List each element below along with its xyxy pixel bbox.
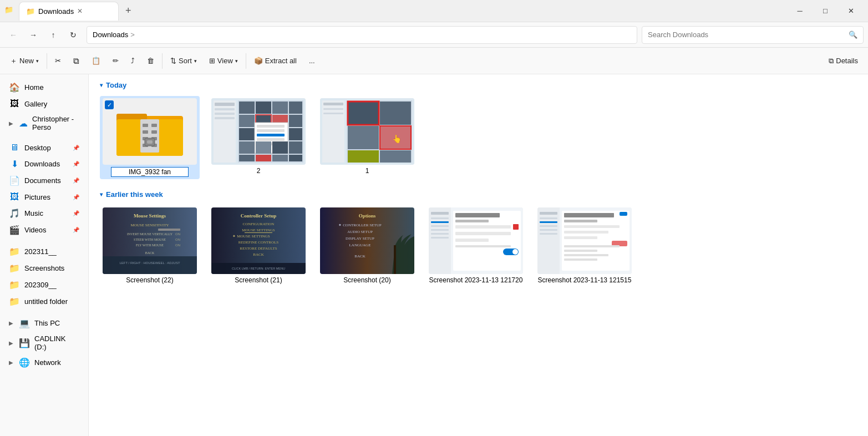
more-btn[interactable]: ... [303, 51, 321, 71]
search-bar[interactable]: 🔍 [642, 26, 864, 44]
tab-downloads[interactable]: 📁 Downloads ✕ [19, 2, 119, 21]
sidebar-item-christopher[interactable]: ▶ ☁ Christopher - Perso [2, 112, 86, 134]
videos-icon: 🎬 [9, 225, 20, 235]
sidebar-item-home[interactable]: 🏠 Home [2, 79, 86, 95]
window-controls: ─ □ ✕ [787, 2, 864, 20]
svg-text:REDEFINE CONTROLS: REDEFINE CONTROLS [238, 240, 279, 245]
sidebar-item-label: Desktop [24, 144, 51, 152]
file-label-1: 1 [366, 167, 369, 175]
pin-icon: 📌 [73, 227, 79, 233]
svg-text:LANGUAGE: LANGUAGE [349, 243, 371, 247]
up-btn[interactable]: ↑ [44, 26, 62, 44]
address-bar: ← → ↑ ↻ Downloads > 🔍 [0, 22, 868, 48]
cut-btn[interactable]: ✂ [49, 51, 67, 71]
file-thumbnail [103, 98, 197, 165]
sidebar-item-music[interactable]: 🎵 Music 📌 [2, 205, 86, 221]
svg-text:DISPLAY SETUP: DISPLAY SETUP [346, 236, 374, 241]
sidebar-item-documents[interactable]: 📄 Documents 📌 [2, 173, 86, 189]
drive-icon: 💾 [19, 338, 30, 348]
share-btn[interactable]: ⤴ [125, 51, 140, 71]
file-label-img3932[interactable] [111, 167, 189, 177]
sort-btn[interactable]: ⇅ Sort ▾ [165, 51, 202, 71]
sidebar-item-label: Gallery [24, 100, 47, 108]
rename-btn[interactable]: ✏ [107, 51, 124, 71]
svg-rect-44 [256, 155, 271, 161]
sidebar-item-202311[interactable]: 📁 202311__ [2, 244, 86, 260]
svg-rect-39 [239, 141, 255, 154]
svg-text:Options: Options [359, 213, 376, 219]
filename-input[interactable] [111, 167, 189, 177]
svg-rect-21 [239, 102, 255, 114]
toolbar-sep-2 [162, 53, 163, 69]
app-icon: 📁 [4, 6, 16, 17]
view-btn[interactable]: ⊞ View ▾ [204, 51, 243, 71]
extract-btn[interactable]: 📦 Extract all [248, 51, 302, 71]
svg-rect-19 [215, 117, 235, 119]
earlier-section-header[interactable]: ▾ Earlier this week [100, 190, 857, 199]
svg-rect-45 [272, 155, 288, 161]
svg-rect-105 [455, 220, 489, 222]
paste-btn[interactable]: 📋 [86, 51, 106, 71]
file-thumbnail-ss21: Controller Setup CONFIGURATION MOUSE SET… [211, 207, 306, 274]
svg-text:✦ MOUSE SETTINGS: ✦ MOUSE SETTINGS [232, 234, 270, 239]
file-item-ssdate1[interactable]: Screenshot 2023-11-13 121720 [426, 205, 526, 286]
maximize-btn[interactable]: □ [813, 2, 838, 20]
copy-btn[interactable]: ⧉ [68, 51, 85, 71]
sidebar-item-this-pc[interactable]: ▶ 💻 This PC [2, 315, 86, 331]
sidebar-item-untitled[interactable]: 📁 untitled folder [2, 293, 86, 310]
back-btn[interactable]: ← [4, 26, 22, 44]
today-section-header[interactable]: ▾ Today [100, 81, 857, 89]
file-item-ss20[interactable]: Options ✦ CONTROLLER SETUP AUDIO SETUP D… [317, 205, 417, 286]
forward-btn[interactable]: → [24, 26, 42, 44]
close-btn[interactable]: ✕ [838, 2, 864, 20]
file-item-img3932[interactable] [100, 96, 200, 179]
sidebar-item-network[interactable]: ▶ 🌐 Network [2, 354, 86, 371]
tab-title: Downloads [38, 7, 74, 16]
desktop-icon: 🖥 [9, 143, 20, 153]
svg-rect-126 [564, 231, 608, 234]
delete-btn[interactable]: 🗑 [141, 51, 160, 71]
sidebar-item-videos[interactable]: 🎬 Videos 📌 [2, 222, 86, 238]
sidebar: 🏠 Home 🖼 Gallery ▶ ☁ Christopher - Perso… [0, 74, 89, 436]
tab-close-btn[interactable]: ✕ [77, 7, 83, 15]
new-btn[interactable]: ＋ New ▾ [4, 51, 44, 71]
file-item-2[interactable]: 2 [209, 96, 308, 179]
settings-screen-2-thumb [537, 207, 632, 274]
file-item-ss22[interactable]: Mouse Settings MOUSE SENSITIVITY INVERT … [100, 205, 200, 286]
new-tab-btn[interactable]: + [121, 3, 136, 19]
sidebar-item-desktop[interactable]: 🖥 Desktop 📌 [2, 140, 86, 155]
svg-rect-130 [564, 250, 597, 252]
svg-rect-29 [239, 128, 255, 140]
file-item-ss21[interactable]: Controller Setup CONFIGURATION MOUSE SET… [209, 205, 308, 286]
toolbar: ＋ New ▾ ✂ ⧉ 📋 ✏ ⤴ 🗑 ⇅ Sort ▾ ⊞ View ▾ 📦 … [0, 48, 868, 74]
details-btn[interactable]: ⧉ Details [823, 51, 864, 71]
sidebar-item-202309[interactable]: 📁 202309__ [2, 277, 86, 293]
sidebar-item-screenshots[interactable]: 📁 Screenshots [2, 260, 86, 276]
minimize-btn[interactable]: ─ [787, 2, 813, 20]
file-label-ss21: Screenshot (21) [235, 276, 282, 284]
svg-text:CONFIGURATION: CONFIGURATION [243, 222, 275, 226]
breadcrumb[interactable]: Downloads > [87, 26, 637, 44]
expand-icon: ▶ [9, 340, 13, 346]
search-input[interactable] [648, 31, 845, 39]
file-item-1[interactable]: 👆 1 [317, 96, 417, 179]
pc-icon: 💻 [19, 318, 30, 328]
svg-rect-43 [239, 155, 255, 161]
svg-rect-132 [564, 258, 597, 261]
svg-rect-104 [455, 213, 500, 217]
file-thumbnail-ssdate2 [537, 207, 632, 274]
svg-rect-55 [348, 126, 379, 149]
sidebar-item-downloads[interactable]: ⬇ Downloads 📌 [2, 156, 86, 172]
documents-icon: 📄 [9, 175, 20, 186]
sidebar-item-cadlink[interactable]: ▶ 💾 CADLINK (D:) [2, 332, 86, 354]
svg-rect-127 [564, 236, 597, 239]
toolbar-sep-3 [246, 53, 246, 69]
svg-rect-115 [540, 212, 557, 215]
refresh-btn[interactable]: ↻ [64, 26, 82, 44]
sidebar-item-gallery[interactable]: 🖼 Gallery [2, 96, 86, 111]
sidebar-item-pictures[interactable]: 🖼 Pictures 📌 [2, 189, 86, 205]
pin-icon: 📌 [73, 210, 79, 216]
svg-rect-54 [380, 102, 411, 125]
svg-rect-79 [245, 232, 272, 233]
file-item-ssdate2[interactable]: Screenshot 2023-11-13 121515 [535, 205, 634, 286]
